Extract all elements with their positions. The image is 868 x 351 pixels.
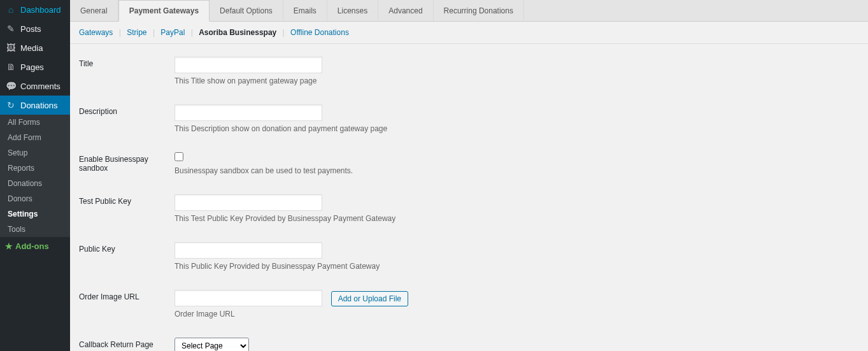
- tab-recurring-donations[interactable]: Recurring Donations: [434, 0, 524, 21]
- main-content: General Payment Gateways Default Options…: [70, 0, 868, 351]
- menu-label: Pages: [20, 62, 44, 72]
- sub-add-form[interactable]: Add Form: [0, 130, 70, 145]
- checkbox-sandbox[interactable]: [174, 152, 183, 161]
- menu-media[interactable]: 🖼 Media: [0, 38, 70, 57]
- menu-label: Add-ons: [15, 241, 49, 251]
- menu-label: Donations: [20, 101, 58, 110]
- tab-payment-gateways[interactable]: Payment Gateways: [118, 0, 210, 22]
- submenu-donations: All Forms Add Form Setup Reports Donatio…: [0, 115, 70, 237]
- menu-posts[interactable]: ✎ Posts: [0, 19, 70, 38]
- input-title[interactable]: [174, 57, 322, 73]
- tab-emails[interactable]: Emails: [283, 0, 327, 21]
- upload-file-button[interactable]: Add or Upload File: [331, 291, 408, 306]
- tab-licenses[interactable]: Licenses: [327, 0, 378, 21]
- sub-tools[interactable]: Tools: [0, 222, 70, 237]
- separator: |: [191, 28, 193, 37]
- row-callback-return: Callback Return Page Select Page Callbac…: [79, 338, 859, 351]
- menu-comments[interactable]: 💬 Comments: [0, 76, 70, 96]
- subtab-gateways[interactable]: Gateways: [79, 28, 113, 37]
- input-public-key[interactable]: [174, 242, 322, 259]
- menu-label: Comments: [20, 82, 60, 91]
- sub-reports[interactable]: Reports: [0, 161, 70, 176]
- gateway-settings-form: Title This Title show on payment gateway…: [70, 44, 868, 351]
- label-order-image-url: Order Image URL: [79, 290, 174, 301]
- menu-pages[interactable]: 🗎 Pages: [0, 57, 70, 76]
- star-icon: ★: [5, 241, 13, 251]
- gateway-subtabs: Gateways | Stripe | PayPal | Asoriba Bus…: [70, 22, 868, 44]
- subtab-stripe[interactable]: Stripe: [127, 28, 146, 37]
- hint-description: This Description show on donation and pa…: [174, 124, 859, 133]
- hint-test-public-key: This Test Public Key Provided by Busines…: [174, 214, 859, 223]
- posts-icon: ✎: [5, 24, 17, 34]
- sub-setup[interactable]: Setup: [0, 145, 70, 161]
- label-public-key: Public Key: [79, 242, 174, 254]
- menu-label: Media: [20, 43, 43, 53]
- hint-order-image-url: Order Image URL: [174, 310, 859, 319]
- menu-donations[interactable]: ↻ Donations: [0, 96, 70, 115]
- subtab-asoriba[interactable]: Asoriba Businesspay: [199, 28, 276, 37]
- hint-title: This Title show on payment gateway page: [174, 76, 859, 85]
- label-description: Description: [79, 104, 174, 116]
- dashboard-icon: ⌂: [5, 4, 17, 15]
- row-title: Title This Title show on payment gateway…: [79, 57, 859, 85]
- row-test-public-key: Test Public Key This Test Public Key Pro…: [79, 194, 859, 223]
- hint-sandbox: Businesspay sandbox can be used to test …: [174, 166, 859, 175]
- label-callback-return: Callback Return Page: [79, 338, 174, 349]
- label-test-public-key: Test Public Key: [79, 194, 174, 206]
- menu-addons[interactable]: ★ Add-ons: [0, 237, 70, 255]
- row-order-image-url: Order Image URL Add or Upload File Order…: [79, 290, 859, 319]
- sub-donors[interactable]: Donors: [0, 191, 70, 206]
- subtab-offline[interactable]: Offline Donations: [290, 28, 349, 37]
- input-test-public-key[interactable]: [174, 194, 322, 211]
- menu-label: Posts: [20, 24, 41, 34]
- menu-dashboard[interactable]: ⌂ Dashboard: [0, 0, 70, 19]
- select-callback-return[interactable]: Select Page: [174, 338, 249, 351]
- admin-sidebar: ⌂ Dashboard ✎ Posts 🖼 Media 🗎 Pages 💬 Co…: [0, 0, 70, 351]
- subtab-paypal[interactable]: PayPal: [160, 28, 185, 37]
- tab-default-options[interactable]: Default Options: [210, 0, 283, 21]
- row-description: Description This Description show on don…: [79, 104, 859, 133]
- media-icon: 🖼: [5, 43, 17, 53]
- input-order-image-url[interactable]: [174, 290, 322, 306]
- donations-icon: ↻: [5, 100, 17, 110]
- settings-tabbar: General Payment Gateways Default Options…: [70, 0, 868, 22]
- row-public-key: Public Key This Public Key Provided by B…: [79, 242, 859, 271]
- pages-icon: 🗎: [5, 62, 17, 72]
- separator: |: [283, 28, 285, 37]
- label-title: Title: [79, 57, 174, 68]
- tab-general[interactable]: General: [70, 0, 118, 21]
- row-sandbox: Enable Businesspay sandbox Businesspay s…: [79, 152, 859, 175]
- label-sandbox: Enable Businesspay sandbox: [79, 152, 174, 173]
- tab-advanced[interactable]: Advanced: [378, 0, 433, 21]
- sub-donations[interactable]: Donations: [0, 176, 70, 191]
- hint-public-key: This Public Key Provided by Businesspay …: [174, 262, 859, 271]
- separator: |: [153, 28, 155, 37]
- separator: |: [119, 28, 121, 37]
- comments-icon: 💬: [5, 81, 17, 91]
- input-description[interactable]: [174, 104, 322, 121]
- sub-settings[interactable]: Settings: [0, 206, 70, 222]
- sub-all-forms[interactable]: All Forms: [0, 115, 70, 130]
- menu-label: Dashboard: [20, 5, 61, 15]
